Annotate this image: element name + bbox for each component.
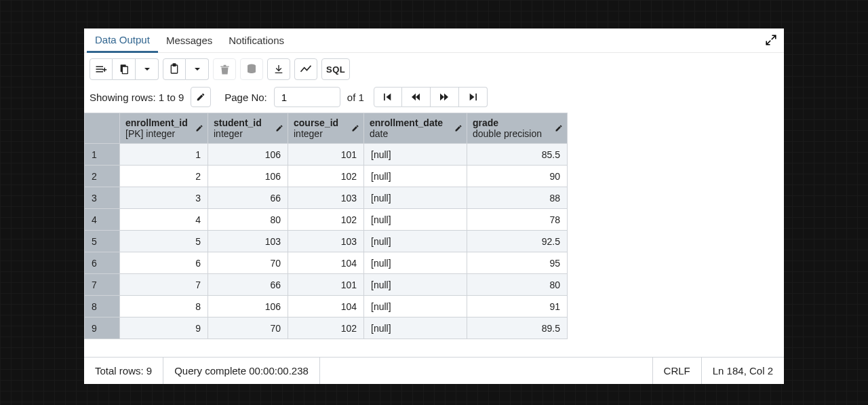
cell[interactable]: 95 [467,252,568,274]
tabs-bar: Data Output Messages Notifications [84,28,784,53]
cell[interactable]: 92.5 [467,231,568,252]
cell[interactable]: 80 [467,274,568,296]
column-name: course_id [294,117,358,128]
paste-dropdown-button[interactable] [186,58,209,80]
pencil-icon[interactable] [351,124,359,132]
table-row[interactable]: 88106104[null]91 [85,296,568,317]
table-row[interactable]: 9970102[null]89.5 [85,317,568,339]
cell[interactable]: 104 [288,296,364,317]
add-row-button[interactable] [90,58,113,80]
row-number[interactable]: 6 [85,252,120,274]
cell[interactable]: 9 [120,317,208,339]
cell[interactable]: [null] [364,209,467,231]
column-header[interactable]: course_id integer [288,113,364,144]
cell[interactable]: 106 [208,166,288,187]
copy-dropdown-button[interactable] [136,58,159,80]
cell[interactable]: 103 [288,187,364,209]
cell[interactable]: [null] [364,252,467,274]
cell[interactable]: 106 [208,144,288,166]
save-data-button[interactable] [240,58,263,80]
cell[interactable]: 106 [208,296,288,317]
last-page-button[interactable] [459,87,488,107]
cell[interactable]: 8 [120,296,208,317]
table-row[interactable]: 55103103[null]92.5 [85,231,568,252]
row-number[interactable]: 5 [85,231,120,252]
table-row[interactable]: 11106101[null]85.5 [85,144,568,166]
cell[interactable]: [null] [364,144,467,166]
table-row[interactable]: 7766101[null]80 [85,274,568,296]
cell[interactable]: 70 [208,317,288,339]
data-grid[interactable]: enrollment_id [PK] integer student_id in… [84,113,784,357]
tab-notifications[interactable]: Notifications [220,29,292,52]
tab-data-output[interactable]: Data Output [87,28,158,53]
cell[interactable]: [null] [364,296,467,317]
row-number[interactable]: 9 [85,317,120,339]
download-button[interactable] [267,58,290,80]
column-header[interactable]: enrollment_id [PK] integer [120,113,208,144]
cell[interactable]: 104 [288,252,364,274]
row-number[interactable]: 4 [85,209,120,231]
cell[interactable]: 3 [120,187,208,209]
cell[interactable]: 66 [208,187,288,209]
cell[interactable]: [null] [364,274,467,296]
cell[interactable]: 66 [208,274,288,296]
cell[interactable]: 102 [288,317,364,339]
table-row[interactable]: 3366103[null]88 [85,187,568,209]
page-no-input[interactable] [274,87,340,107]
cell[interactable]: 70 [208,252,288,274]
cell[interactable]: 90 [467,166,568,187]
row-number[interactable]: 2 [85,166,120,187]
column-type: integer [214,128,282,139]
delete-row-button[interactable] [213,58,236,80]
cell[interactable]: 80 [208,209,288,231]
column-header[interactable]: student_id integer [208,113,288,144]
cell[interactable]: 6 [120,252,208,274]
cell[interactable]: 78 [467,209,568,231]
column-name: student_id [214,117,282,128]
cell[interactable]: 4 [120,209,208,231]
cell[interactable]: 7 [120,274,208,296]
edit-rows-button[interactable] [191,87,211,107]
pencil-icon[interactable] [275,124,283,132]
expand-icon[interactable] [765,34,777,46]
cell[interactable]: 88 [467,187,568,209]
row-number[interactable]: 7 [85,274,120,296]
chart-button[interactable] [294,58,317,80]
first-page-button[interactable] [374,87,402,107]
table-row[interactable]: 6670104[null]95 [85,252,568,274]
table-row[interactable]: 22106102[null]90 [85,166,568,187]
row-number[interactable]: 1 [85,144,120,166]
pencil-icon[interactable] [454,124,462,132]
cell[interactable]: 103 [288,231,364,252]
tab-messages[interactable]: Messages [158,29,220,52]
column-header[interactable]: grade double precision [467,113,568,144]
row-number[interactable]: 3 [85,187,120,209]
cell[interactable]: 101 [288,144,364,166]
cell[interactable]: 102 [288,166,364,187]
cell[interactable]: 5 [120,231,208,252]
sql-button[interactable]: SQL [321,58,350,80]
next-page-button[interactable] [431,87,459,107]
column-header[interactable]: enrollment_date date [364,113,467,144]
row-number[interactable]: 8 [85,296,120,317]
table-row[interactable]: 4480102[null]78 [85,209,568,231]
copy-button[interactable] [113,58,136,80]
cell[interactable]: 1 [120,144,208,166]
pencil-icon[interactable] [555,124,563,132]
cell[interactable]: 101 [288,274,364,296]
cell[interactable]: 103 [208,231,288,252]
results-toolbar: SQL [84,53,784,84]
cell[interactable]: 91 [467,296,568,317]
pencil-icon[interactable] [195,124,203,132]
cell[interactable]: [null] [364,231,467,252]
cell[interactable]: 2 [120,166,208,187]
cell[interactable]: [null] [364,187,467,209]
rownum-header[interactable] [85,113,120,144]
prev-page-button[interactable] [402,87,431,107]
cell[interactable]: 85.5 [467,144,568,166]
cell[interactable]: 89.5 [467,317,568,339]
cell[interactable]: [null] [364,166,467,187]
cell[interactable]: 102 [288,209,364,231]
paste-button[interactable] [163,58,186,80]
cell[interactable]: [null] [364,317,467,339]
